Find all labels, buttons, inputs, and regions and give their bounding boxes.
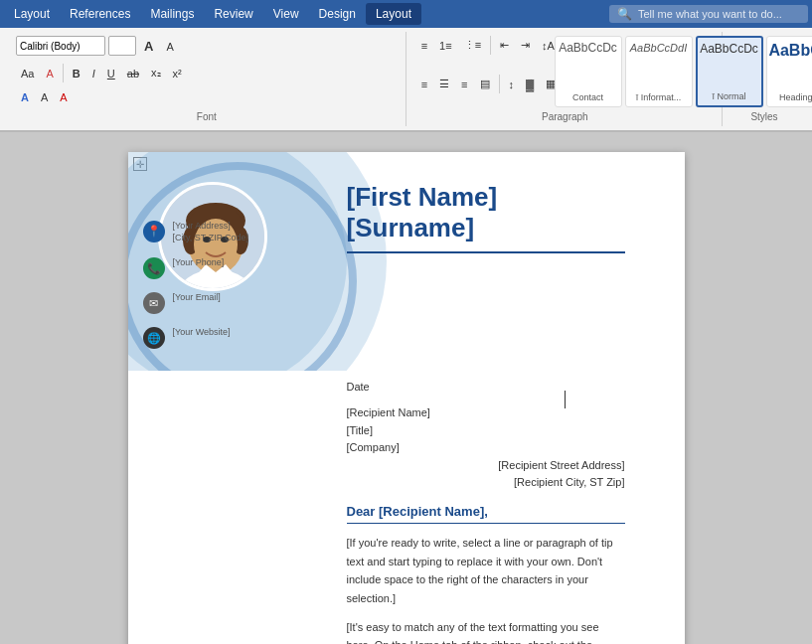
recipient-company[interactable]: [Company]: [347, 439, 625, 457]
style-contact-preview: AaBbCcDc: [559, 41, 617, 92]
email-icon: ✉: [143, 292, 165, 314]
surname[interactable]: [Surname]: [347, 213, 655, 243]
style-h1-label: Heading 1: [779, 92, 812, 102]
recipient-block: [Recipient Name] [Title] [Company] [Reci…: [347, 404, 625, 492]
contact-address: 📍 [Your Address] [City, ST ZIP Code]: [143, 220, 282, 244]
address-line2: [City, ST ZIP Code]: [173, 232, 249, 244]
search-bar[interactable]: 🔍 Tell me what you want to do...: [609, 5, 808, 23]
font-grow-btn[interactable]: A: [139, 36, 158, 57]
numbering-btn[interactable]: 1≡: [434, 36, 457, 55]
style-contact[interactable]: AaBbCcDc Contact: [555, 36, 622, 107]
body-paragraph-2[interactable]: [It's easy to match any of the text form…: [347, 618, 625, 644]
letter-document: ✛: [128, 152, 685, 644]
style-normal-preview: AaBbCcDc: [700, 42, 758, 91]
recipient-street[interactable]: [Recipient Street Address]: [498, 457, 624, 475]
address-line1: [Your Address]: [173, 220, 249, 233]
decrease-indent-btn[interactable]: ⇤: [495, 36, 514, 55]
style-heading1[interactable]: AaBbCc Heading 1: [766, 36, 813, 107]
cursor-line: [565, 391, 566, 408]
menu-layout[interactable]: Layout: [4, 3, 60, 25]
text-effect-btn[interactable]: A: [16, 88, 34, 106]
recipient-city-row: [Recipient City, ST Zip]: [347, 474, 625, 492]
search-icon: 🔍: [617, 7, 632, 21]
salutation[interactable]: Dear [Recipient Name],: [347, 504, 625, 524]
multilevel-btn[interactable]: ⋮≡: [459, 36, 486, 55]
menu-view[interactable]: View: [263, 3, 309, 25]
ribbon-font-section: 11 A A Aa A B I U ab x₂ x² A A: [8, 32, 406, 126]
contact-email: ✉ [Your Email]: [143, 291, 282, 314]
bold-btn[interactable]: B: [68, 64, 85, 82]
menu-layout2[interactable]: Layout: [366, 3, 421, 25]
contact-website: 🌐 [Your Website]: [143, 326, 282, 349]
first-name[interactable]: [First Name]: [347, 182, 655, 213]
letter-date[interactable]: Date: [347, 381, 625, 393]
web-icon: 🌐: [143, 327, 165, 349]
font-color-btn[interactable]: A: [55, 88, 72, 106]
shading-btn[interactable]: ▓: [521, 75, 539, 93]
recipient-name[interactable]: [Recipient Name]: [347, 404, 625, 422]
contact-website-text[interactable]: [Your Website]: [173, 326, 231, 339]
font-shrink-btn[interactable]: A: [161, 36, 178, 57]
text-highlight-btn[interactable]: A: [36, 88, 53, 106]
style-info-label: ī Informat...: [636, 92, 682, 102]
recipient-addr-row: [Recipient Street Address]: [347, 457, 625, 475]
italic-btn[interactable]: I: [87, 64, 100, 82]
strikethrough-btn[interactable]: ab: [122, 64, 144, 82]
align-left-btn[interactable]: ≡: [416, 75, 432, 93]
align-right-btn[interactable]: ≡: [456, 75, 472, 93]
name-divider: [347, 251, 625, 253]
font-name-input[interactable]: [16, 36, 105, 56]
style-information[interactable]: AaBbCcDdI ī Informat...: [625, 36, 693, 107]
bullets-btn[interactable]: ≡: [416, 36, 432, 55]
contact-phone: 📞 [Your Phone]: [143, 256, 282, 279]
clear-format-btn[interactable]: A: [41, 64, 58, 82]
font-label: Font: [197, 111, 217, 122]
ribbon-styles-section: AaBbCcDc Contact AaBbCcDdI ī Informat...…: [725, 32, 804, 126]
recipient-title[interactable]: [Title]: [347, 422, 625, 440]
contact-phone-text[interactable]: [Your Phone]: [173, 256, 225, 269]
phone-icon: 📞: [143, 257, 165, 279]
style-h1-preview: AaBbCc: [768, 41, 812, 92]
font-controls: 11 A A Aa A B I U ab x₂ x² A A: [16, 36, 398, 107]
contact-email-text[interactable]: [Your Email]: [173, 291, 221, 304]
letter-body: Date [Recipient Name] [Title] [Company] …: [128, 371, 685, 644]
letter-header: [First Name] [Surname] 📍 [Your Address] …: [128, 152, 685, 371]
line-spacing-btn[interactable]: ↕: [504, 75, 520, 93]
style-normal-label: ī Normal: [712, 91, 745, 101]
menu-references[interactable]: References: [60, 3, 140, 25]
menu-design[interactable]: Design: [309, 3, 366, 25]
recipient-city[interactable]: [Recipient City, ST Zip]: [514, 474, 624, 492]
search-placeholder: Tell me what you want to do...: [638, 8, 782, 20]
underline-btn[interactable]: U: [102, 64, 120, 82]
styles-label: Styles: [750, 111, 777, 122]
superscript-btn[interactable]: x²: [168, 64, 187, 82]
style-info-preview: AaBbCcDdI: [630, 41, 687, 92]
font-size-input[interactable]: 11: [108, 36, 136, 56]
menu-mailings[interactable]: Mailings: [140, 3, 204, 25]
font-case-btn[interactable]: Aa: [16, 64, 39, 82]
styles-gallery: AaBbCcDc Contact AaBbCcDdI ī Informat...…: [555, 36, 813, 107]
menu-review[interactable]: Review: [204, 3, 262, 25]
document-area: ✛: [0, 132, 812, 644]
subscript-btn[interactable]: x₂: [146, 64, 166, 82]
justify-btn[interactable]: ▤: [475, 75, 495, 93]
ribbon: 11 A A Aa A B I U ab x₂ x² A A: [0, 28, 812, 132]
increase-indent-btn[interactable]: ⇥: [516, 36, 535, 55]
location-icon: 📍: [143, 221, 165, 242]
menu-bar: Layout References Mailings Review View D…: [0, 0, 812, 28]
style-normal[interactable]: AaBbCcDc ī Normal: [696, 36, 763, 107]
body-paragraph-1[interactable]: [If you're ready to write, select a line…: [347, 534, 625, 608]
paragraph-label: Paragraph: [542, 111, 588, 122]
align-center-btn[interactable]: ☰: [434, 75, 454, 93]
contact-address-text[interactable]: [Your Address] [City, ST ZIP Code]: [173, 220, 249, 244]
name-area: [First Name] [Surname]: [347, 182, 655, 253]
contact-sidebar: 📍 [Your Address] [City, ST ZIP Code] 📞 […: [128, 210, 297, 371]
style-contact-label: Contact: [572, 92, 603, 102]
ribbon-main: 11 A A Aa A B I U ab x₂ x² A A: [0, 28, 812, 130]
